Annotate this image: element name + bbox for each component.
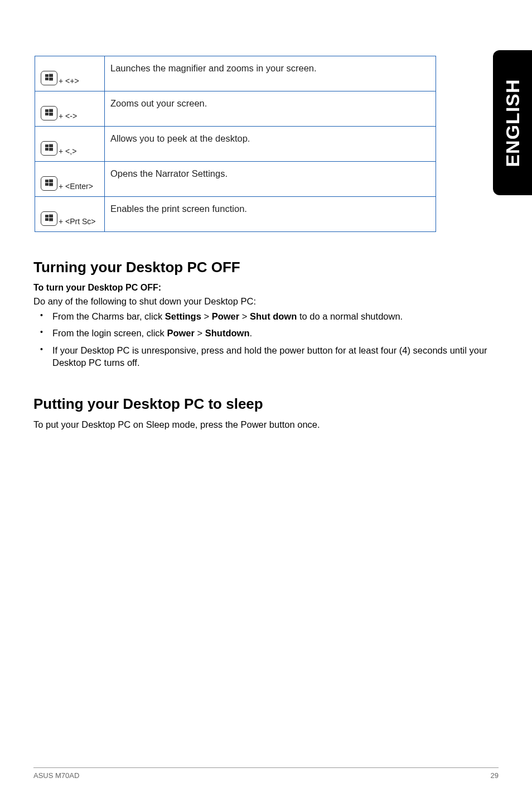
bullet-list: From the Charms bar, click Settings > Po…	[33, 310, 499, 369]
shortcut-description: Enables the print screen function.	[105, 197, 436, 232]
heading-turning-off: Turning your Desktop PC OFF	[33, 259, 499, 276]
subheading-turn-off: To turn your Desktop PC OFF:	[33, 283, 499, 293]
table-row: + <,> Allows you to peek at the desktop.	[35, 127, 436, 162]
table-row: + <-> Zooms out your screen.	[35, 91, 436, 127]
shortcut-description: Allows you to peek at the desktop.	[105, 127, 436, 162]
bullet-text: If your Desktop PC is unresponsive, pres…	[52, 345, 487, 368]
svg-rect-2	[45, 78, 49, 80]
svg-rect-0	[45, 74, 49, 77]
svg-rect-14	[45, 183, 49, 186]
svg-rect-4	[45, 109, 49, 112]
table-row: + <+> Launches the magnifier and zooms i…	[35, 56, 436, 91]
shortcut-description: Launches the magnifier and zooms in your…	[105, 56, 436, 91]
svg-rect-7	[49, 113, 53, 116]
page-footer: ASUS M70AD 29	[33, 767, 499, 780]
key-combo-text: + <Prt Sc>	[59, 217, 96, 226]
heading-sleep: Putting your Desktop PC to sleep	[33, 395, 499, 413]
bullet-text: >	[201, 311, 212, 321]
svg-rect-12	[45, 180, 49, 182]
keycap-cell: + <Enter>	[35, 162, 105, 197]
key-combo-text: + <+>	[59, 76, 79, 85]
list-item: If your Desktop PC is unresponsive, pres…	[33, 344, 499, 369]
windows-key-icon	[41, 211, 57, 226]
heading-text-bold: Desktop PC OFF	[126, 259, 240, 276]
side-tab-label: ENGLISH	[502, 79, 524, 167]
svg-rect-10	[45, 148, 49, 151]
bold-text: Shut down	[250, 311, 297, 321]
keycap-cell: + <+>	[35, 56, 105, 91]
body-text-sleep: To put your Desktop PC on Sleep mode, pr…	[33, 419, 499, 430]
keycap-cell: + <Prt Sc>	[35, 197, 105, 232]
keycap-cell: + <->	[35, 91, 105, 127]
bullet-text: to do a normal shutdown.	[297, 311, 403, 321]
svg-rect-1	[49, 74, 53, 78]
footer-model: ASUS M70AD	[33, 771, 79, 780]
bullet-text: >	[195, 328, 205, 338]
key-combo-text: + <,>	[59, 147, 76, 156]
windows-key-icon	[41, 106, 57, 120]
bold-text: Shutdown	[205, 328, 250, 338]
bullet-text: From the Charms bar, click	[52, 311, 165, 321]
list-item: From the login screen, click Power > Shu…	[33, 327, 499, 339]
svg-rect-15	[49, 183, 53, 186]
windows-key-icon	[41, 141, 57, 156]
svg-rect-5	[49, 109, 53, 113]
table-row: + <Prt Sc> Enables the print screen func…	[35, 197, 436, 232]
svg-rect-8	[45, 144, 49, 147]
svg-rect-17	[49, 215, 53, 218]
shortcut-description: Zooms out your screen.	[105, 91, 436, 127]
windows-key-icon	[41, 71, 57, 85]
bold-text: Power	[167, 328, 195, 338]
shortcut-description: Opens the Narrator Settings.	[105, 162, 436, 197]
bullet-text: >	[239, 311, 250, 321]
bullet-text: .	[249, 328, 252, 338]
svg-rect-11	[49, 148, 53, 151]
key-combo-text: + <->	[59, 112, 77, 120]
svg-rect-9	[49, 144, 53, 148]
footer-page-number: 29	[491, 771, 499, 780]
svg-rect-13	[49, 180, 53, 183]
side-tab-english: ENGLISH	[493, 50, 532, 195]
bold-text: Power	[212, 311, 240, 321]
svg-rect-6	[45, 113, 49, 115]
heading-text-plain: Turning your	[33, 259, 126, 276]
bullet-text: From the login screen, click	[52, 328, 167, 338]
intro-text: Do any of the following to shut down you…	[33, 296, 499, 307]
windows-key-icon	[41, 176, 57, 191]
keycap-cell: + <,>	[35, 127, 105, 162]
svg-rect-19	[49, 218, 53, 221]
shortcuts-table: + <+> Launches the magnifier and zooms i…	[35, 56, 436, 232]
svg-rect-16	[45, 215, 49, 218]
table-row: + <Enter> Opens the Narrator Settings.	[35, 162, 436, 197]
bold-text: Settings	[165, 311, 201, 321]
svg-rect-18	[45, 218, 49, 221]
list-item: From the Charms bar, click Settings > Po…	[33, 310, 499, 322]
key-combo-text: + <Enter>	[59, 182, 93, 191]
svg-rect-3	[49, 78, 53, 81]
